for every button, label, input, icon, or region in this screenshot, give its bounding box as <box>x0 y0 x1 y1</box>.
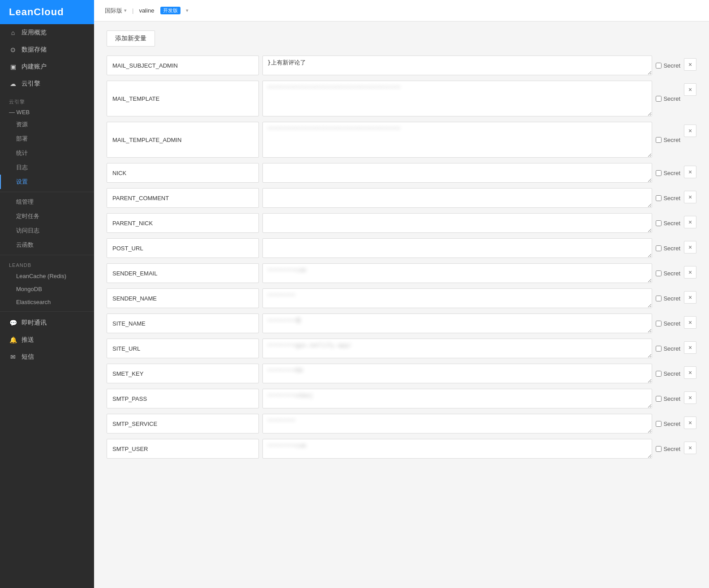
variable-key-input[interactable] <box>107 414 259 433</box>
secret-checkbox[interactable] <box>656 346 662 352</box>
variable-key-input[interactable] <box>107 263 259 283</box>
sidebar-item-sms[interactable]: ✉ 短信 <box>0 348 94 365</box>
sidebar-sub-item-leancache[interactable]: LeanCache (Redis) <box>0 270 94 283</box>
sidebar-sub-item-cloud-functions[interactable]: 云函数 <box>0 238 94 252</box>
variable-key-input[interactable] <box>107 389 259 408</box>
secret-checkbox[interactable] <box>656 96 662 102</box>
secret-checkbox[interactable] <box>656 195 662 201</box>
variable-value-input[interactable] <box>262 439 652 459</box>
delete-variable-button[interactable]: × <box>684 58 696 71</box>
sidebar-sub-item-elasticsearch[interactable]: Elasticsearch <box>0 296 94 309</box>
web-group-header: — WEB <box>0 107 94 117</box>
secret-label: Secret <box>663 446 680 452</box>
secret-checkbox[interactable] <box>656 371 662 377</box>
variable-value-input[interactable] <box>262 81 652 116</box>
variable-key-input[interactable] <box>107 163 259 183</box>
variable-rows: Secret×Secret×Secret×Secret×Secret×Secre… <box>107 56 696 459</box>
delete-variable-button[interactable]: × <box>684 366 696 379</box>
secret-checkbox[interactable] <box>656 270 662 276</box>
secret-label: Secret <box>663 320 680 327</box>
variable-key-input[interactable] <box>107 364 259 383</box>
variable-key-input[interactable] <box>107 81 259 116</box>
variable-key-input[interactable] <box>107 238 259 258</box>
secret-checkbox[interactable] <box>656 245 662 251</box>
secret-label: Secret <box>663 62 680 69</box>
variable-key-input[interactable] <box>107 122 259 158</box>
sidebar-sub-item-mongodb[interactable]: MongoDB <box>0 283 94 296</box>
sidebar-item-push[interactable]: 🔔 推送 <box>0 331 94 348</box>
secret-label: Secret <box>663 137 680 143</box>
sidebar-sub-item-group-management[interactable]: 组管理 <box>0 195 94 209</box>
variable-key-input[interactable] <box>107 213 259 233</box>
sidebar-sub-item-settings[interactable]: 设置 <box>0 175 94 189</box>
variable-value-input[interactable] <box>262 414 652 433</box>
secret-label: Secret <box>663 370 680 377</box>
variable-value-input[interactable] <box>262 288 652 308</box>
delete-variable-button[interactable]: × <box>684 291 696 304</box>
variable-value-input[interactable] <box>262 213 652 233</box>
topbar-region[interactable]: 国际版 ▾ <box>105 7 127 15</box>
table-row: Secret× <box>107 263 696 283</box>
variable-key-input[interactable] <box>107 188 259 208</box>
secret-checkbox[interactable] <box>656 220 662 226</box>
app-dropdown-arrow: ▾ <box>186 8 189 13</box>
variable-key-input[interactable] <box>107 56 259 75</box>
secret-label: Secret <box>663 395 680 402</box>
variable-key-input[interactable] <box>107 439 259 459</box>
delete-variable-button[interactable]: × <box>684 166 696 178</box>
variable-value-input[interactable] <box>262 389 652 408</box>
delete-variable-button[interactable]: × <box>684 124 696 137</box>
sidebar-item-app-overview[interactable]: ⌂ 应用概览 <box>0 24 94 41</box>
variable-value-input[interactable] <box>262 163 652 183</box>
secret-checkbox[interactable] <box>656 446 662 452</box>
table-row: Secret× <box>107 313 696 333</box>
secret-checkbox-wrap: Secret <box>656 288 680 308</box>
variable-value-input[interactable] <box>262 364 652 383</box>
variable-value-input[interactable] <box>262 188 652 208</box>
variable-key-input[interactable] <box>107 313 259 333</box>
secret-checkbox[interactable] <box>656 63 662 69</box>
delete-variable-button[interactable]: × <box>684 83 696 96</box>
secret-checkbox[interactable] <box>656 296 662 301</box>
delete-variable-button[interactable]: × <box>684 316 696 329</box>
sidebar-sub-item-stats[interactable]: 统计 <box>0 146 94 160</box>
delete-variable-button[interactable]: × <box>684 341 696 354</box>
delete-variable-button[interactable]: × <box>684 266 696 279</box>
variable-value-input[interactable] <box>262 238 652 258</box>
sidebar-item-cloud-engine[interactable]: ☁ 云引擎 <box>0 75 94 92</box>
add-variable-button[interactable]: 添加新变量 <box>107 30 155 47</box>
secret-checkbox[interactable] <box>656 421 662 427</box>
variable-value-input[interactable] <box>262 339 652 358</box>
secret-label: Secret <box>663 345 680 352</box>
delete-variable-button[interactable]: × <box>684 416 696 429</box>
secret-checkbox-wrap: Secret <box>656 263 680 283</box>
secret-checkbox[interactable] <box>656 321 662 326</box>
delete-variable-button[interactable]: × <box>684 241 696 253</box>
variable-value-input[interactable] <box>262 122 652 158</box>
secret-label: Secret <box>663 245 680 252</box>
sidebar-sub-item-access-log[interactable]: 访问日志 <box>0 223 94 238</box>
variable-key-input[interactable] <box>107 288 259 308</box>
sidebar-sub-item-scheduled-tasks[interactable]: 定时任务 <box>0 209 94 223</box>
variable-value-input[interactable] <box>262 263 652 283</box>
variable-value-input[interactable] <box>262 56 652 75</box>
table-row: Secret× <box>107 439 696 459</box>
secret-checkbox[interactable] <box>656 137 662 143</box>
secret-checkbox[interactable] <box>656 396 662 402</box>
delete-variable-button[interactable]: × <box>684 442 696 454</box>
delete-variable-button[interactable]: × <box>684 216 696 228</box>
sidebar-item-data-storage[interactable]: ⊙ 数据存储 <box>0 41 94 58</box>
sidebar: LeanCloud ⌂ 应用概览 ⊙ 数据存储 ▣ 内建账户 ☁ 云引擎 云引擎… <box>0 0 94 588</box>
secret-checkbox[interactable] <box>656 170 662 176</box>
secret-label: Secret <box>663 270 680 277</box>
delete-variable-button[interactable]: × <box>684 391 696 404</box>
sidebar-item-instant-messaging[interactable]: 💬 即时通讯 <box>0 314 94 331</box>
sidebar-sub-item-logs[interactable]: 日志 <box>0 160 94 175</box>
sidebar-item-builtin-account[interactable]: ▣ 内建账户 <box>0 58 94 75</box>
variable-value-input[interactable] <box>262 313 652 333</box>
leandb-section-label: LEANDB <box>0 258 94 270</box>
variable-key-input[interactable] <box>107 339 259 358</box>
sidebar-sub-item-deploy[interactable]: 部署 <box>0 132 94 146</box>
delete-variable-button[interactable]: × <box>684 191 696 203</box>
sidebar-sub-item-resources[interactable]: 资源 <box>0 117 94 132</box>
